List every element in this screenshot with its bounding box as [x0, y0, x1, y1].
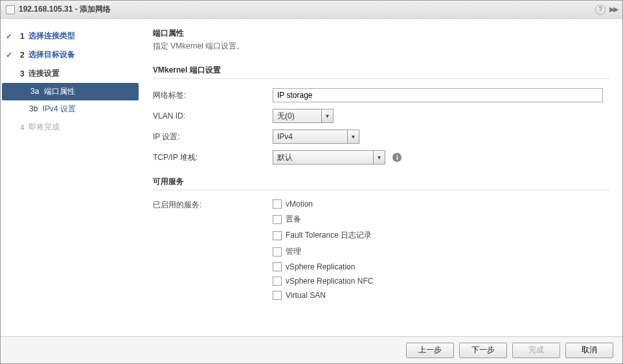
back-button[interactable]: 上一步 — [406, 343, 454, 358]
step-label: 选择连接类型 — [28, 30, 75, 41]
step-4: 4 即将完成 — [1, 118, 140, 137]
tcpip-select[interactable]: 默认 ▼ — [273, 150, 385, 165]
label-vlan: VLAN ID: — [153, 111, 273, 120]
service-vsr: vSphere Replication — [273, 262, 609, 271]
checkbox-ft[interactable] — [273, 231, 282, 240]
help-icon[interactable]: ? — [595, 5, 606, 15]
checkbox-label: Virtual SAN — [286, 291, 326, 300]
checkbox-provision[interactable] — [273, 215, 282, 224]
label-services: 已启用的服务: — [153, 199, 273, 210]
service-vsan: Virtual SAN — [273, 291, 609, 300]
dialog-footer: 上一步 下一步 完成 取消 — [1, 336, 622, 363]
checkbox-label: vMotion — [286, 199, 313, 209]
substep-label: 端口属性 — [44, 87, 75, 96]
checkbox-label: Fault Tolerance 日志记录 — [286, 230, 372, 241]
step-num: 3 — [20, 69, 25, 78]
label-ip: IP 设置: — [153, 131, 273, 142]
wizard-sidebar: 1 选择连接类型 2 选择目标设备 3 连接设置 3a 端口属性 3b IPv4… — [1, 19, 140, 336]
dialog-window: 192.168.105.31 - 添加网络 ? ▶▶ 1 选择连接类型 2 选择… — [0, 0, 623, 364]
step-2[interactable]: 2 选择目标设备 — [1, 45, 140, 64]
divider — [153, 190, 609, 190]
row-tcpip-stack: TCP/IP 堆栈: 默认 ▼ i — [153, 150, 609, 165]
substep-num: 3b — [29, 104, 38, 113]
checkbox-vsr[interactable] — [273, 262, 282, 271]
step-num: 4 — [20, 123, 25, 132]
tcpip-select-value: 默认 — [273, 150, 374, 165]
service-mgmt: 管理 — [273, 246, 609, 257]
label-network: 网络标签: — [153, 90, 273, 101]
service-vsr-nfc: vSphere Replication NFC — [273, 277, 609, 286]
substep-3a[interactable]: 3a 端口属性 — [2, 83, 139, 100]
checkbox-mgmt[interactable] — [273, 247, 282, 256]
cancel-button[interactable]: 取消 — [565, 343, 613, 358]
step-label: 即将完成 — [28, 122, 60, 133]
collapse-icon[interactable]: ▶▶ — [609, 5, 617, 14]
checkbox-label: vSphere Replication — [286, 262, 355, 271]
row-vlan-id: VLAN ID: 无(0) ▼ — [153, 109, 609, 123]
titlebar: 192.168.105.31 - 添加网络 ? ▶▶ — [1, 1, 622, 19]
service-vmotion: vMotion — [273, 199, 609, 209]
step-1[interactable]: 1 选择连接类型 — [1, 27, 140, 45]
ip-select-value: IPv4 — [273, 130, 348, 144]
services-list: vMotion 置备 Fault Tolerance 日志记录 管理 — [273, 199, 609, 305]
substep-3b[interactable]: 3b IPv4 设置 — [1, 100, 140, 118]
checkbox-label: vSphere Replication NFC — [286, 277, 373, 286]
checkbox-vsr-nfc[interactable] — [273, 277, 282, 286]
substep-num: 3a — [30, 87, 39, 96]
label-tcpip: TCP/IP 堆栈: — [153, 152, 273, 163]
ip-select[interactable]: IPv4 ▼ — [273, 130, 359, 144]
chevron-down-icon: ▼ — [348, 130, 359, 144]
vlan-select-value: 无(0) — [273, 109, 322, 123]
checkbox-vmotion[interactable] — [273, 199, 282, 209]
service-provision: 置备 — [273, 214, 609, 225]
step-num: 1 — [20, 32, 25, 41]
titlebar-text: 192.168.105.31 - 添加网络 — [19, 4, 595, 15]
content-title: 端口属性 — [153, 28, 609, 39]
step-3: 3 连接设置 — [1, 64, 140, 83]
finish-button: 完成 — [512, 343, 560, 358]
step-num: 2 — [20, 51, 25, 60]
checkbox-vsan[interactable] — [273, 291, 282, 300]
row-ip-settings: IP 设置: IPv4 ▼ — [153, 130, 609, 144]
row-network-label: 网络标签: — [153, 88, 609, 102]
substep-label: IPv4 设置 — [43, 104, 76, 113]
next-button[interactable]: 下一步 — [459, 343, 507, 358]
chevron-down-icon: ▼ — [374, 150, 385, 165]
step-label: 连接设置 — [28, 68, 60, 79]
section1-title: VMkernel 端口设置 — [153, 65, 609, 76]
checkbox-label: 管理 — [286, 246, 301, 257]
host-icon — [6, 5, 15, 14]
service-ft: Fault Tolerance 日志记录 — [273, 230, 609, 241]
info-icon[interactable]: i — [392, 153, 402, 162]
section2-title: 可用服务 — [153, 176, 609, 187]
chevron-down-icon: ▼ — [322, 109, 334, 123]
checkbox-label: 置备 — [286, 214, 301, 225]
content-desc: 指定 VMkernel 端口设置。 — [153, 41, 609, 52]
content-area: 端口属性 指定 VMkernel 端口设置。 VMkernel 端口设置 网络标… — [140, 19, 622, 336]
row-services: 已启用的服务: vMotion 置备 Fault Tolerance 日志记录 — [153, 199, 609, 305]
dialog-body: 1 选择连接类型 2 选择目标设备 3 连接设置 3a 端口属性 3b IPv4… — [1, 19, 622, 336]
vlan-select[interactable]: 无(0) ▼ — [273, 109, 334, 123]
network-label-input[interactable] — [273, 88, 603, 102]
divider — [153, 78, 609, 79]
step-label: 选择目标设备 — [28, 49, 75, 60]
